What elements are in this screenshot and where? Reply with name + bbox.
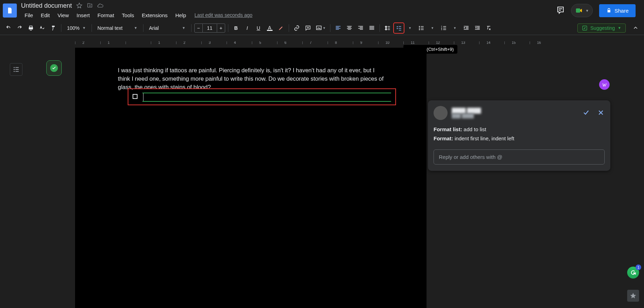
share-label: Share bbox=[615, 8, 629, 14]
checklist-checkbox-icon bbox=[133, 94, 137, 99]
numbered-list-button[interactable]: 123 bbox=[439, 23, 449, 33]
show-outline-button[interactable] bbox=[10, 63, 22, 76]
align-justify-button[interactable] bbox=[367, 23, 377, 33]
grammarly-count: 1 bbox=[636, 265, 641, 270]
accept-suggestion-button[interactable] bbox=[582, 109, 590, 118]
comment-history-icon[interactable] bbox=[556, 6, 565, 15]
underline-button[interactable]: U bbox=[254, 23, 263, 33]
bold-button[interactable]: B bbox=[231, 23, 241, 33]
svg-rect-0 bbox=[576, 8, 580, 13]
font-size-input[interactable] bbox=[203, 24, 217, 33]
mode-label: Suggesting bbox=[590, 25, 615, 31]
svg-point-3 bbox=[419, 27, 420, 28]
suggestion-time: ███ ████ bbox=[452, 113, 481, 118]
clear-formatting-button[interactable] bbox=[484, 23, 494, 33]
spellcheck-button[interactable] bbox=[37, 23, 47, 33]
reply-input[interactable]: Reply or add others with @ bbox=[434, 149, 605, 165]
menu-view[interactable]: View bbox=[54, 12, 72, 19]
ruler[interactable]: 2 1 1 2 3 4 5 6 7 8 9 10 11 12 13 14 15 … bbox=[75, 41, 644, 48]
menu-tools[interactable]: Tools bbox=[118, 12, 137, 19]
share-button[interactable]: Share bbox=[599, 4, 636, 17]
highlight-color-button[interactable] bbox=[276, 23, 286, 33]
paragraph-text[interactable]: I was just thinking if tattoos are painf… bbox=[118, 66, 388, 91]
mode-select[interactable]: Suggesting ▼ bbox=[577, 24, 626, 33]
suggestion-line2-value: indent first line, indent left bbox=[453, 135, 514, 141]
print-button[interactable] bbox=[26, 23, 36, 33]
checklist-button[interactable] bbox=[394, 23, 404, 33]
cloud-saved-icon[interactable] bbox=[97, 2, 103, 9]
menu-file[interactable]: File bbox=[21, 12, 36, 19]
svg-point-4 bbox=[419, 29, 420, 30]
zoom-select[interactable]: 100%▼ bbox=[64, 23, 89, 33]
add-comment-button[interactable] bbox=[303, 23, 313, 33]
star-icon[interactable] bbox=[76, 2, 82, 9]
paint-format-button[interactable] bbox=[48, 23, 58, 33]
suggestion-author: ████ ████ bbox=[452, 108, 481, 113]
align-right-button[interactable] bbox=[356, 23, 365, 33]
docs-home-icon[interactable] bbox=[3, 4, 17, 18]
meet-button[interactable]: ▼ bbox=[571, 4, 593, 17]
grammarly-icon[interactable]: 1 bbox=[627, 267, 639, 279]
suggestion-line1-value: add to list bbox=[462, 126, 486, 132]
check-icon bbox=[52, 66, 56, 71]
font-size-increase[interactable]: + bbox=[217, 24, 225, 33]
svg-text:3: 3 bbox=[441, 28, 442, 31]
suggestion-card: ████ ████ ███ ████ Format list: add to l… bbox=[428, 100, 610, 171]
suggestion-line2-label: Format: bbox=[434, 135, 453, 141]
align-center-button[interactable] bbox=[344, 23, 354, 33]
collaborator-avatar[interactable]: w bbox=[599, 79, 610, 90]
last-edit-link[interactable]: Last edit was seconds ago bbox=[195, 12, 253, 18]
reject-suggestion-button[interactable] bbox=[597, 109, 605, 118]
document-title[interactable]: Untitled document bbox=[21, 2, 72, 9]
menu-help[interactable]: Help bbox=[172, 12, 190, 19]
suggesting-icon bbox=[582, 25, 588, 31]
line-spacing-button[interactable] bbox=[383, 23, 393, 33]
toolbar: 100%▼ Normal text▼ Arial▼ − + B I U A ▼ … bbox=[0, 21, 644, 35]
bulleted-list-button[interactable] bbox=[416, 23, 426, 33]
menu-format[interactable]: Format bbox=[94, 12, 118, 19]
menu-extensions[interactable]: Extensions bbox=[138, 12, 171, 19]
svg-point-2 bbox=[419, 26, 420, 27]
insert-link-button[interactable] bbox=[292, 23, 302, 33]
avatar bbox=[434, 106, 448, 120]
suggestion-accepted-pill[interactable] bbox=[46, 60, 62, 76]
explore-button[interactable] bbox=[627, 290, 639, 302]
text-cursor bbox=[143, 93, 143, 101]
menu-edit[interactable]: Edit bbox=[37, 12, 53, 19]
paragraph-style-select[interactable]: Normal text▼ bbox=[95, 23, 140, 33]
bulleted-list-caret[interactable]: ▼ bbox=[428, 23, 437, 33]
redo-button[interactable] bbox=[15, 23, 25, 33]
collapse-toolbar-button[interactable] bbox=[631, 23, 640, 33]
insert-image-button[interactable]: ▼ bbox=[314, 23, 327, 33]
undo-button[interactable] bbox=[4, 23, 13, 33]
move-icon[interactable] bbox=[87, 2, 93, 9]
checklist-suggested-line[interactable] bbox=[128, 88, 396, 105]
checklist-menu-caret[interactable]: ▼ bbox=[405, 23, 415, 33]
italic-button[interactable]: I bbox=[242, 23, 252, 33]
text-color-button[interactable]: A bbox=[265, 23, 275, 33]
increase-indent-button[interactable] bbox=[472, 23, 482, 33]
lock-icon bbox=[606, 8, 612, 13]
align-left-button[interactable] bbox=[333, 23, 343, 33]
suggestion-line1-label: Format list: bbox=[434, 126, 462, 132]
font-select[interactable]: Arial▼ bbox=[146, 23, 188, 33]
decrease-indent-button[interactable] bbox=[461, 23, 471, 33]
numbered-list-caret[interactable]: ▼ bbox=[450, 23, 460, 33]
menu-insert[interactable]: Insert bbox=[73, 12, 93, 19]
svg-rect-1 bbox=[316, 26, 321, 30]
font-size-decrease[interactable]: − bbox=[194, 24, 203, 33]
